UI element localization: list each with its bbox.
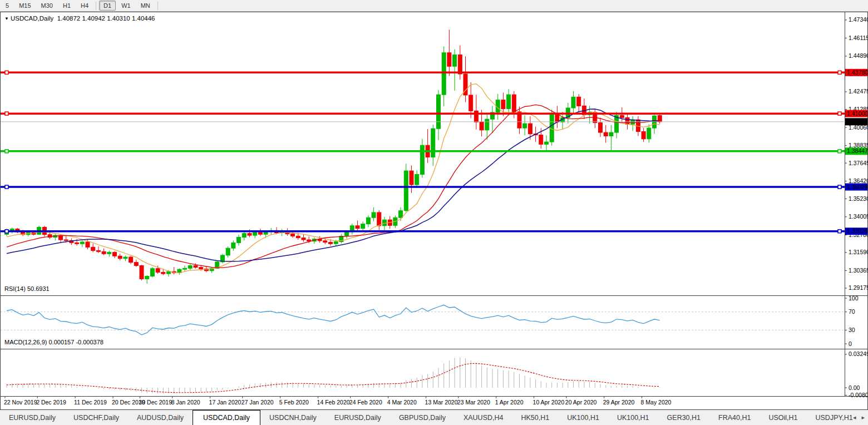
date-axis-label: 8 May 2020 [641, 399, 672, 406]
hline-price-label-text: 1.33026 [847, 228, 867, 234]
toolbar-separator [157, 2, 158, 10]
chart-window[interactable]: 1.473401.461151.448901.436651.424751.412… [0, 12, 868, 410]
price-axis-label: 1.47340 [849, 16, 867, 23]
candle [194, 265, 198, 267]
macd-axis-label: 0.00 [849, 384, 860, 391]
tab-usoil-h1[interactable]: USOil,H1 [760, 410, 806, 425]
candle [609, 132, 613, 136]
scroll-right-button[interactable]: ▸ [861, 414, 865, 421]
macd-axis-label: -0.008088 [849, 392, 867, 398]
candle [145, 276, 149, 279]
hline-anchor[interactable] [5, 230, 8, 233]
date-axis-label: 17 Jan 2020 [209, 399, 241, 406]
tab-eurusd-daily[interactable]: EURUSD,Daily [0, 410, 65, 425]
date-axis-label: 1 Apr 2020 [495, 399, 524, 406]
candle [156, 269, 160, 273]
tab-eurusd-daily[interactable]: EURUSD,Daily [326, 410, 390, 425]
candle [577, 97, 581, 106]
timeframe-button-5[interactable]: 5 [1, 1, 13, 11]
timeframe-button-d1[interactable]: D1 [99, 1, 116, 11]
macd-indicator-label: MACD(12,26,9) 0.000157 -0.000378 [4, 339, 103, 345]
hline-anchor[interactable] [5, 150, 8, 153]
rsi-axis-label: 30 [849, 327, 855, 333]
tab-uk100-h1[interactable]: UK100,H1 [558, 410, 608, 425]
candle [599, 123, 603, 133]
candle [431, 129, 435, 157]
hline-anchor[interactable] [838, 112, 841, 115]
timeframe-button-h4[interactable]: H4 [76, 1, 93, 11]
tab-scroll-arrows: ◂ ▸ [853, 410, 865, 425]
tab-fra40-h1[interactable]: FRA40,H1 [709, 410, 760, 425]
timeframe-button-m30[interactable]: M30 [37, 1, 57, 11]
date-axis-label: 29 Apr 2020 [603, 399, 635, 406]
candle [167, 271, 171, 274]
price-axis-label: 1.34005 [849, 213, 867, 220]
rsi-indicator-label: RSI(14) 50.6931 [4, 285, 50, 292]
candle [188, 265, 192, 268]
tab-usdchf-daily[interactable]: USDCHF,Daily [65, 410, 128, 425]
candle [404, 171, 408, 211]
price-axis-label: 1.35230 [849, 195, 867, 202]
candle [226, 248, 230, 255]
timeframe-button-w1[interactable]: W1 [117, 1, 135, 11]
hline-anchor[interactable] [838, 150, 841, 153]
tab-hk50-h1[interactable]: HK50,H1 [512, 410, 558, 425]
candle [329, 243, 333, 244]
toolbar-separator [96, 2, 96, 10]
hline-anchor[interactable] [5, 185, 8, 189]
symbol-dropdown-icon[interactable]: ▼ [4, 16, 9, 21]
chart-tabs-bar: EURUSD,DailyUSDCHF,DailyAUDUSD,DailyUSDC… [0, 410, 868, 425]
timeframe-button-m15[interactable]: M15 [14, 1, 35, 11]
chart-title: ▼USDCAD,Daily 1.40872 1.40942 1.40310 1.… [4, 15, 155, 22]
tab-xauusd-h4[interactable]: XAUUSD,H4 [455, 410, 512, 425]
candle [150, 269, 154, 276]
date-axis-label: 30 Dec 2019 [139, 399, 172, 406]
date-axis-label: 24 Feb 2020 [349, 399, 382, 406]
candle [485, 119, 489, 130]
candle [124, 257, 127, 259]
tab-gbpusd-daily[interactable]: GBPUSD,Daily [390, 410, 455, 425]
date-axis-label: 23 Mar 2020 [457, 399, 490, 406]
candle [302, 238, 305, 240]
tab-uk100-h1[interactable]: UK100,H1 [608, 410, 658, 425]
price-axis-label: 1.37645 [849, 160, 867, 166]
candle [474, 111, 478, 122]
candle [642, 132, 645, 139]
date-axis-label: 13 Mar 2020 [425, 399, 458, 406]
price-axis-label: 1.46115 [849, 34, 867, 41]
scroll-left-button[interactable]: ◂ [853, 414, 856, 421]
tab-usdcnh-daily[interactable]: USDCNH,Daily [260, 410, 326, 425]
hline-anchor[interactable] [5, 71, 8, 74]
hline-anchor[interactable] [838, 71, 841, 74]
hline-anchor[interactable] [838, 185, 841, 189]
candle [183, 268, 187, 269]
candle [242, 234, 246, 238]
candle [399, 211, 403, 218]
timeframe-button-h1[interactable]: H1 [58, 1, 75, 11]
candle [453, 55, 457, 67]
candle [620, 115, 624, 117]
candle [372, 212, 376, 218]
candle [647, 128, 651, 139]
candle [96, 250, 100, 251]
price-axis-label: 1.42475 [849, 88, 867, 95]
chart-title-ohlc: 1.40872 1.40942 1.40310 1.40446 [57, 15, 155, 22]
tab-ger30-h1[interactable]: GER30,H1 [658, 410, 709, 425]
price-axis-label: 1.30365 [849, 267, 867, 274]
candle [528, 123, 532, 134]
date-axis-label: 10 Apr 2020 [533, 399, 565, 406]
hline-anchor[interactable] [5, 112, 8, 115]
chart-canvas[interactable]: 1.473401.461151.448901.436651.424751.412… [1, 12, 867, 409]
hline-price-label-text: 1.43780 [847, 69, 867, 76]
candle [161, 272, 165, 274]
candle [258, 233, 262, 234]
date-axis-label: 11 Dec 2019 [74, 399, 107, 406]
hline-anchor[interactable] [838, 230, 841, 233]
tab-usdcad-daily[interactable]: USDCAD,Daily [193, 410, 260, 425]
candle [118, 256, 122, 259]
timeframe-button-mn[interactable]: MN [136, 1, 155, 11]
date-axis-label: 5 Feb 2020 [279, 399, 309, 406]
tab-audusd-daily[interactable]: AUDUSD,Daily [128, 410, 193, 425]
macd-signal-line [7, 363, 660, 393]
candle [102, 251, 106, 254]
